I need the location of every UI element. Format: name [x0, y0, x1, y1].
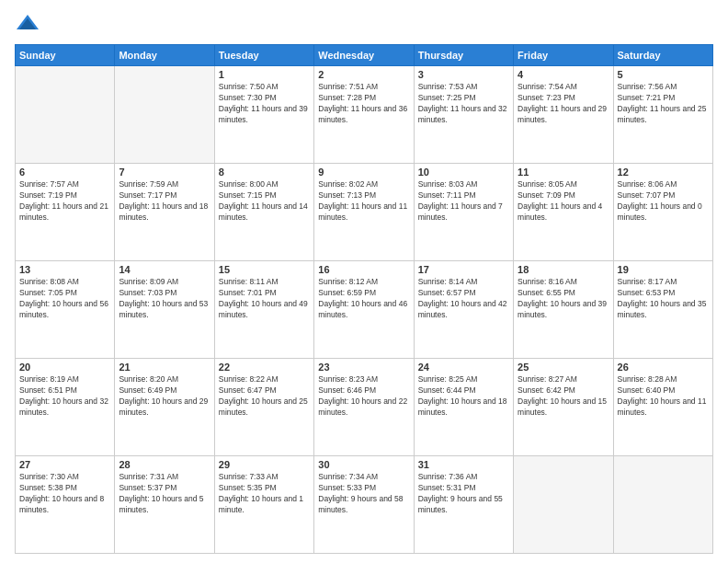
calendar-cell: 14Sunrise: 8:09 AM Sunset: 7:03 PM Dayli… [115, 261, 214, 359]
day-number: 28 [119, 459, 210, 470]
calendar-cell: 28Sunrise: 7:31 AM Sunset: 5:37 PM Dayli… [115, 456, 214, 554]
day-number: 30 [318, 459, 409, 470]
week-row-2: 6Sunrise: 7:57 AM Sunset: 7:19 PM Daylig… [16, 164, 713, 261]
weekday-header-thursday: Thursday [414, 45, 513, 66]
calendar-cell: 15Sunrise: 8:11 AM Sunset: 7:01 PM Dayli… [214, 261, 313, 359]
day-info: Sunrise: 8:00 AM Sunset: 7:15 PM Dayligh… [219, 179, 310, 224]
week-row-4: 20Sunrise: 8:19 AM Sunset: 6:51 PM Dayli… [16, 359, 713, 456]
calendar-cell: 18Sunrise: 8:16 AM Sunset: 6:55 PM Dayli… [514, 261, 613, 359]
calendar-cell: 21Sunrise: 8:20 AM Sunset: 6:49 PM Dayli… [115, 359, 214, 456]
week-row-5: 27Sunrise: 7:30 AM Sunset: 5:38 PM Dayli… [16, 456, 713, 554]
day-number: 24 [418, 362, 509, 373]
weekday-header-sunday: Sunday [16, 45, 115, 66]
day-info: Sunrise: 8:03 AM Sunset: 7:11 PM Dayligh… [418, 179, 509, 224]
day-info: Sunrise: 7:31 AM Sunset: 5:37 PM Dayligh… [119, 472, 210, 516]
calendar-cell: 3Sunrise: 7:53 AM Sunset: 7:25 PM Daylig… [414, 66, 513, 164]
day-info: Sunrise: 8:28 AM Sunset: 6:40 PM Dayligh… [618, 374, 709, 419]
day-number: 27 [19, 459, 110, 470]
calendar-cell: 22Sunrise: 8:22 AM Sunset: 6:47 PM Dayli… [214, 359, 313, 456]
calendar-cell: 2Sunrise: 7:51 AM Sunset: 7:28 PM Daylig… [314, 66, 414, 164]
weekday-header-monday: Monday [115, 45, 214, 66]
weekday-header-friday: Friday [514, 45, 613, 66]
day-info: Sunrise: 7:51 AM Sunset: 7:28 PM Dayligh… [318, 82, 409, 126]
day-info: Sunrise: 8:14 AM Sunset: 6:57 PM Dayligh… [418, 277, 509, 321]
logo-icon [15, 11, 40, 37]
day-number: 11 [518, 167, 609, 178]
day-number: 12 [618, 167, 709, 178]
day-info: Sunrise: 8:05 AM Sunset: 7:09 PM Dayligh… [518, 179, 609, 224]
day-number: 22 [219, 362, 310, 373]
day-number: 1 [219, 69, 310, 80]
weekday-header-wednesday: Wednesday [314, 45, 414, 66]
weekday-header-tuesday: Tuesday [214, 45, 313, 66]
calendar-cell [115, 66, 214, 164]
calendar-cell: 7Sunrise: 7:59 AM Sunset: 7:17 PM Daylig… [115, 164, 214, 261]
day-info: Sunrise: 8:22 AM Sunset: 6:47 PM Dayligh… [219, 374, 310, 419]
calendar-cell: 9Sunrise: 8:02 AM Sunset: 7:13 PM Daylig… [314, 164, 414, 261]
day-info: Sunrise: 7:36 AM Sunset: 5:31 PM Dayligh… [418, 472, 509, 516]
day-info: Sunrise: 8:23 AM Sunset: 6:46 PM Dayligh… [318, 374, 409, 419]
calendar-cell: 26Sunrise: 8:28 AM Sunset: 6:40 PM Dayli… [613, 359, 712, 456]
day-number: 13 [19, 264, 110, 275]
header [15, 11, 713, 37]
day-info: Sunrise: 8:12 AM Sunset: 6:59 PM Dayligh… [318, 277, 409, 321]
day-number: 29 [219, 459, 310, 470]
day-info: Sunrise: 7:59 AM Sunset: 7:17 PM Dayligh… [119, 179, 210, 224]
calendar-cell: 6Sunrise: 7:57 AM Sunset: 7:19 PM Daylig… [16, 164, 115, 261]
day-info: Sunrise: 7:33 AM Sunset: 5:35 PM Dayligh… [219, 472, 310, 516]
day-info: Sunrise: 8:11 AM Sunset: 7:01 PM Dayligh… [219, 277, 310, 321]
calendar-cell [613, 456, 712, 554]
day-number: 3 [418, 69, 509, 80]
day-info: Sunrise: 8:20 AM Sunset: 6:49 PM Dayligh… [119, 374, 210, 419]
calendar-cell: 23Sunrise: 8:23 AM Sunset: 6:46 PM Dayli… [314, 359, 414, 456]
day-info: Sunrise: 7:30 AM Sunset: 5:38 PM Dayligh… [19, 472, 110, 516]
week-row-3: 13Sunrise: 8:08 AM Sunset: 7:05 PM Dayli… [16, 261, 713, 359]
day-number: 20 [19, 362, 110, 373]
weekday-header-saturday: Saturday [613, 45, 712, 66]
calendar-cell: 16Sunrise: 8:12 AM Sunset: 6:59 PM Dayli… [314, 261, 414, 359]
day-number: 31 [418, 459, 509, 470]
day-info: Sunrise: 8:19 AM Sunset: 6:51 PM Dayligh… [19, 374, 110, 419]
day-number: 19 [618, 264, 709, 275]
day-info: Sunrise: 7:56 AM Sunset: 7:21 PM Dayligh… [618, 82, 709, 126]
calendar-cell: 13Sunrise: 8:08 AM Sunset: 7:05 PM Dayli… [16, 261, 115, 359]
day-info: Sunrise: 7:54 AM Sunset: 7:23 PM Dayligh… [518, 82, 609, 126]
calendar-table: SundayMondayTuesdayWednesdayThursdayFrid… [15, 44, 713, 554]
day-info: Sunrise: 7:50 AM Sunset: 7:30 PM Dayligh… [219, 82, 310, 126]
calendar-cell: 29Sunrise: 7:33 AM Sunset: 5:35 PM Dayli… [214, 456, 313, 554]
calendar-cell: 25Sunrise: 8:27 AM Sunset: 6:42 PM Dayli… [514, 359, 613, 456]
calendar-cell: 31Sunrise: 7:36 AM Sunset: 5:31 PM Dayli… [414, 456, 513, 554]
calendar-cell: 4Sunrise: 7:54 AM Sunset: 7:23 PM Daylig… [514, 66, 613, 164]
calendar-cell: 24Sunrise: 8:25 AM Sunset: 6:44 PM Dayli… [414, 359, 513, 456]
calendar-cell: 11Sunrise: 8:05 AM Sunset: 7:09 PM Dayli… [514, 164, 613, 261]
day-number: 15 [219, 264, 310, 275]
day-number: 9 [318, 167, 409, 178]
calendar-cell: 10Sunrise: 8:03 AM Sunset: 7:11 PM Dayli… [414, 164, 513, 261]
day-number: 14 [119, 264, 210, 275]
weekday-header-row: SundayMondayTuesdayWednesdayThursdayFrid… [16, 45, 713, 66]
day-number: 26 [618, 362, 709, 373]
day-info: Sunrise: 8:08 AM Sunset: 7:05 PM Dayligh… [19, 277, 110, 321]
day-number: 23 [318, 362, 409, 373]
day-number: 4 [518, 69, 609, 80]
calendar-cell: 5Sunrise: 7:56 AM Sunset: 7:21 PM Daylig… [613, 66, 712, 164]
day-info: Sunrise: 8:25 AM Sunset: 6:44 PM Dayligh… [418, 374, 509, 419]
day-info: Sunrise: 8:27 AM Sunset: 6:42 PM Dayligh… [518, 374, 609, 419]
day-info: Sunrise: 8:06 AM Sunset: 7:07 PM Dayligh… [618, 179, 709, 224]
day-number: 10 [418, 167, 509, 178]
day-number: 18 [518, 264, 609, 275]
calendar-cell [16, 66, 115, 164]
day-number: 7 [119, 167, 210, 178]
day-info: Sunrise: 7:34 AM Sunset: 5:33 PM Dayligh… [318, 472, 409, 516]
logo [15, 11, 44, 37]
calendar-cell: 30Sunrise: 7:34 AM Sunset: 5:33 PM Dayli… [314, 456, 414, 554]
page: SundayMondayTuesdayWednesdayThursdayFrid… [0, 0, 728, 563]
calendar-cell: 8Sunrise: 8:00 AM Sunset: 7:15 PM Daylig… [214, 164, 313, 261]
calendar-cell: 20Sunrise: 8:19 AM Sunset: 6:51 PM Dayli… [16, 359, 115, 456]
calendar-cell [514, 456, 613, 554]
day-number: 25 [518, 362, 609, 373]
calendar-cell: 17Sunrise: 8:14 AM Sunset: 6:57 PM Dayli… [414, 261, 513, 359]
day-info: Sunrise: 8:09 AM Sunset: 7:03 PM Dayligh… [119, 277, 210, 321]
day-number: 16 [318, 264, 409, 275]
calendar-cell: 12Sunrise: 8:06 AM Sunset: 7:07 PM Dayli… [613, 164, 712, 261]
